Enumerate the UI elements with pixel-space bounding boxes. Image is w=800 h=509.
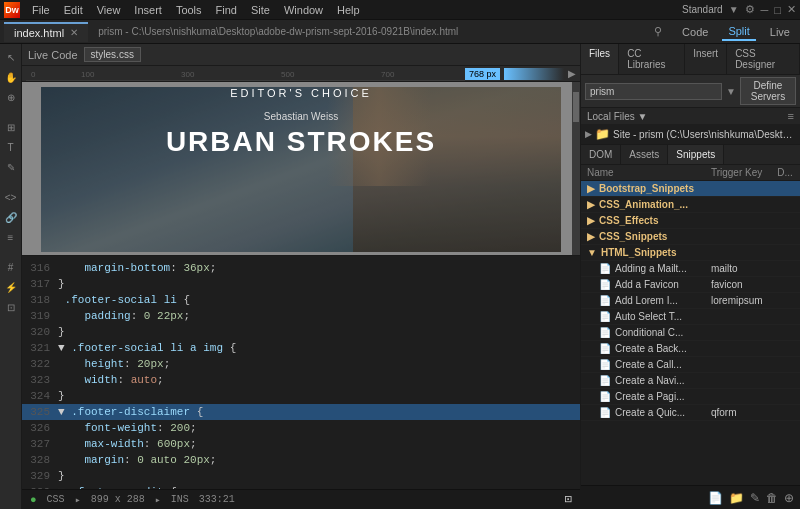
tab-dom[interactable]: DOM bbox=[581, 145, 621, 164]
zoom-tool[interactable]: ⊕ bbox=[2, 88, 20, 106]
panel-folder-icon[interactable]: 📁 bbox=[729, 491, 744, 505]
menu-view[interactable]: View bbox=[91, 2, 127, 18]
snippet-row-page[interactable]: 📄Create a Pagi... bbox=[581, 389, 800, 405]
split-view-btn[interactable]: Split bbox=[722, 23, 755, 41]
panel-new-icon[interactable]: 📄 bbox=[708, 491, 723, 505]
snippet-row-html-snippets[interactable]: ▼HTML_Snippets bbox=[581, 245, 800, 261]
server-input[interactable] bbox=[585, 83, 722, 100]
hand-tool[interactable]: ✋ bbox=[2, 68, 20, 86]
snippet-row-back[interactable]: 📄Create a Back... bbox=[581, 341, 800, 357]
snippet-row-lorem[interactable]: 📄Add Lorem I... loremipsum bbox=[581, 293, 800, 309]
workspace-arrow[interactable]: ▼ bbox=[729, 4, 739, 15]
snippets-list[interactable]: Name Trigger Key D... ▶Bootstrap_Snippet… bbox=[581, 165, 800, 485]
code-pane[interactable]: 316 margin-bottom: 36px; 317 } 318 .foot… bbox=[22, 256, 580, 509]
live-code-label: Live Code bbox=[28, 49, 78, 61]
snippet-row-call[interactable]: 📄Create a Call... bbox=[581, 357, 800, 373]
svg-text:0: 0 bbox=[31, 70, 36, 79]
tab-cc-libraries[interactable]: CC Libraries bbox=[619, 44, 685, 74]
code-view-btn[interactable]: Code bbox=[676, 24, 714, 40]
ruler-svg: 0 100 300 500 700 bbox=[26, 67, 465, 81]
col-extra: D... bbox=[771, 165, 800, 181]
snippet-row-nav[interactable]: 📄Create a Navi... bbox=[581, 373, 800, 389]
svg-text:500: 500 bbox=[281, 70, 295, 79]
text-tool[interactable]: T bbox=[2, 138, 20, 156]
ruler-scroll[interactable]: ▶ bbox=[568, 68, 576, 79]
select-tool[interactable]: ↖ bbox=[2, 48, 20, 66]
snippet-row-bootstrap[interactable]: ▶Bootstrap_Snippets bbox=[581, 181, 800, 197]
local-files-menu[interactable]: ≡ bbox=[788, 110, 794, 122]
menu-help[interactable]: Help bbox=[331, 2, 366, 18]
app-logo: Dw bbox=[4, 2, 20, 18]
folder-icon: 📁 bbox=[595, 127, 610, 141]
filter-icon[interactable]: ⚲ bbox=[648, 25, 668, 38]
define-servers-btn[interactable]: Define Servers bbox=[740, 77, 796, 105]
snippet-row-css-animation[interactable]: ▶CSS_Animation_... bbox=[581, 197, 800, 213]
panel-edit-icon[interactable]: ✎ bbox=[750, 491, 760, 505]
preview-scrollbar-thumb[interactable] bbox=[573, 92, 579, 122]
code-line-316: 316 margin-bottom: 36px; bbox=[22, 260, 580, 276]
code-line-319: 319 padding: 0 22px; bbox=[22, 308, 580, 324]
behavior-tool[interactable]: ⚡ bbox=[2, 278, 20, 296]
tab-insert[interactable]: Insert bbox=[685, 44, 727, 74]
tab-snippets[interactable]: Snippets bbox=[668, 145, 724, 164]
code-line-320: 320 } bbox=[22, 324, 580, 340]
live-view-btn[interactable]: Live bbox=[764, 24, 796, 40]
panel-delete-icon[interactable]: 🗑 bbox=[766, 491, 778, 505]
preview-pane: 0 100 300 500 700 768 px ▶ bbox=[22, 66, 580, 256]
code-line-321: 321 ▼ .footer-social li a img { bbox=[22, 340, 580, 356]
menu-find[interactable]: Find bbox=[210, 2, 243, 18]
snippet-row-mailto[interactable]: 📄Adding a Mailt... mailto bbox=[581, 261, 800, 277]
minimize-icon[interactable]: ─ bbox=[761, 4, 769, 16]
property-tool[interactable]: ≡ bbox=[2, 228, 20, 246]
settings-icon[interactable]: ⚙ bbox=[745, 3, 755, 16]
snippet-row-favicon[interactable]: 📄Add a Favicon favicon bbox=[581, 277, 800, 293]
status-file-icon[interactable]: ⊡ bbox=[565, 492, 572, 507]
snippet-row-css-effects[interactable]: ▶CSS_Effects bbox=[581, 213, 800, 229]
snippet-row-autoselect[interactable]: 📄Auto Select T... bbox=[581, 309, 800, 325]
server-dropdown[interactable]: ▼ bbox=[726, 86, 736, 97]
eyedropper-tool[interactable]: ✎ bbox=[2, 158, 20, 176]
tab-css-designer[interactable]: CSS Designer bbox=[727, 44, 800, 74]
workspace-label: Standard bbox=[682, 4, 723, 15]
server-tool[interactable]: ⊡ bbox=[2, 298, 20, 316]
tab-files[interactable]: Files bbox=[581, 44, 619, 74]
menu-file[interactable]: File bbox=[26, 2, 56, 18]
code-line-327: 327 max-width: 600px; bbox=[22, 436, 580, 452]
tree-expand-icon: ▶ bbox=[585, 129, 592, 139]
code-line-317: 317 } bbox=[22, 276, 580, 292]
snippet-row-css-snippets[interactable]: ▶CSS_Snippets bbox=[581, 229, 800, 245]
menu-site[interactable]: Site bbox=[245, 2, 276, 18]
preview-title: URBAN STROKES bbox=[41, 126, 561, 158]
preview-scrollbar[interactable] bbox=[572, 82, 580, 256]
right-panel-tabs: Files CC Libraries Insert CSS Designer bbox=[581, 44, 800, 75]
snippet-row-conditional[interactable]: 📄Conditional C... bbox=[581, 325, 800, 341]
right-panel: Files CC Libraries Insert CSS Designer ▼… bbox=[580, 44, 800, 509]
tag-tool[interactable]: <> bbox=[2, 188, 20, 206]
live-code-bar: Live Code styles.css bbox=[22, 44, 580, 66]
menu-insert[interactable]: Insert bbox=[128, 2, 168, 18]
code-line-318: 318 .footer-social li { bbox=[22, 292, 580, 308]
close-icon[interactable]: ✕ bbox=[787, 3, 796, 16]
status-dimensions: 899 x 288 bbox=[91, 494, 145, 505]
insert-tool[interactable]: ⊞ bbox=[2, 118, 20, 136]
status-css: CSS bbox=[47, 494, 65, 505]
panel-bottom-bar: 📄 📁 ✎ 🗑 ⊕ bbox=[581, 485, 800, 509]
menu-tools[interactable]: Tools bbox=[170, 2, 208, 18]
col-name: Name bbox=[581, 165, 705, 181]
tab-assets[interactable]: Assets bbox=[621, 145, 668, 164]
tab-close-icon[interactable]: ✕ bbox=[70, 27, 78, 38]
status-position: 333:21 bbox=[199, 494, 235, 505]
link-tool[interactable]: 🔗 bbox=[2, 208, 20, 226]
panel-insert-icon[interactable]: ⊕ bbox=[784, 491, 794, 505]
file-tree: ▶ 📁 Site - prism (C:\Users\nishkuma\Desk… bbox=[581, 124, 800, 144]
tab-index-html[interactable]: index.html ✕ bbox=[4, 22, 88, 42]
status-separator1: ▸ bbox=[75, 494, 81, 506]
css-tool[interactable]: # bbox=[2, 258, 20, 276]
menu-edit[interactable]: Edit bbox=[58, 2, 89, 18]
snippet-row-quick[interactable]: 📄Create a Quic... qform bbox=[581, 405, 800, 421]
svg-rect-6 bbox=[504, 68, 564, 80]
maximize-icon[interactable]: □ bbox=[774, 4, 781, 16]
tree-item-site[interactable]: ▶ 📁 Site - prism (C:\Users\nishkuma\Desk… bbox=[581, 126, 800, 142]
menu-window[interactable]: Window bbox=[278, 2, 329, 18]
css-file-badge[interactable]: styles.css bbox=[84, 47, 141, 62]
